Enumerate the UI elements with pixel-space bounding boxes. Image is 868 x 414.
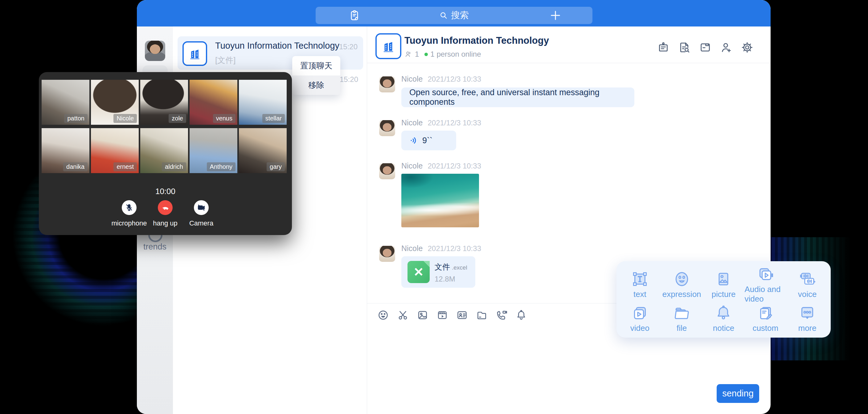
expression-icon	[673, 270, 690, 288]
message-meta: Nicole2021/12/3 10:33	[401, 118, 481, 127]
popup-item-more[interactable]: more	[786, 304, 828, 333]
online-dot	[425, 53, 428, 56]
participant-video: danika	[41, 128, 89, 173]
sender-avatar[interactable]	[379, 76, 395, 92]
current-user-avatar[interactable]	[145, 41, 165, 61]
sender-avatar[interactable]	[379, 163, 395, 179]
group-avatar-building-icon	[183, 41, 207, 66]
online-count: 1 person online	[430, 50, 481, 59]
send-video-icon[interactable]	[436, 309, 448, 321]
text-icon	[631, 270, 649, 288]
conversation-time-2: 15:20	[340, 75, 358, 84]
popup-item-voice[interactable]: voice	[786, 265, 828, 304]
video-icon	[631, 304, 649, 322]
participant-video: Anthony	[190, 128, 237, 173]
files-icon[interactable]	[699, 41, 711, 54]
message-time: 2021/12/3 10:33	[428, 244, 481, 253]
popup-item-file[interactable]: file	[661, 304, 703, 333]
sidebar-item-trends[interactable]: trends	[137, 242, 173, 252]
participant-name: zole	[168, 114, 186, 123]
popup-label: voice	[798, 290, 817, 299]
chat-header-avatar	[375, 33, 401, 59]
message-text: Open source, free, and universal instant…	[409, 88, 634, 107]
popup-label: expression	[662, 290, 701, 299]
member-count: 1	[415, 50, 419, 59]
conversation-context-menu: 置顶聊天 移除	[292, 56, 340, 95]
settings-gear-icon[interactable]	[741, 41, 753, 54]
popup-label: text	[633, 290, 646, 299]
popup-item-audio-video[interactable]: Audio and video	[744, 265, 786, 304]
search-icon	[439, 11, 448, 20]
members-icon	[404, 50, 412, 58]
microphone-mute-button[interactable]	[122, 200, 136, 215]
emoji-icon[interactable]	[377, 309, 389, 321]
popup-label: Audio and video	[744, 285, 786, 304]
notice-board-icon[interactable]	[657, 41, 670, 54]
participant-video: gary	[239, 128, 287, 173]
participant-name: gary	[267, 162, 285, 171]
message-time: 2021/12/3 10:33	[428, 119, 481, 127]
screenshot-canvas: 搜索 trends Tuoyun Information Technology …	[0, 0, 868, 414]
video-call-icon[interactable]	[496, 309, 507, 321]
voice-wave-icon	[409, 136, 418, 145]
participant-video: Nicole	[91, 80, 139, 125]
participant-name: Anthony	[207, 162, 236, 171]
popup-item-custom[interactable]: custom	[744, 304, 786, 333]
popup-item-picture[interactable]: picture	[703, 265, 745, 304]
message-type-popup: text expression picture Audio and video	[617, 261, 831, 338]
add-member-icon[interactable]	[720, 41, 733, 54]
participant-name: Nicole	[114, 114, 137, 123]
sender-name: Nicole	[401, 161, 423, 170]
chat-record-search-icon[interactable]	[678, 41, 690, 54]
participant-name: venus	[213, 114, 236, 123]
menu-item-remove[interactable]: 移除	[292, 75, 340, 95]
conversation-time: 15:20	[339, 42, 358, 51]
camera-off-button[interactable]	[194, 200, 209, 215]
popup-item-expression[interactable]: expression	[661, 265, 703, 304]
participant-grid: patton Nicole zole venus stellar danika …	[41, 80, 287, 173]
participant-video: venus	[190, 80, 237, 125]
notification-bell-icon[interactable]	[516, 309, 527, 321]
call-timer: 10:00	[39, 187, 292, 196]
popup-label: more	[798, 323, 816, 333]
file-icon	[673, 304, 690, 322]
popup-label: notice	[713, 323, 734, 333]
menu-item-pin-chat[interactable]: 置顶聊天	[292, 56, 340, 75]
send-file-icon[interactable]	[476, 309, 488, 321]
add-icon[interactable]	[549, 9, 562, 22]
hang-up-icon	[161, 203, 169, 212]
camera-label: Camera	[170, 219, 232, 227]
popup-item-notice[interactable]: notice	[703, 304, 745, 333]
camera-off-icon	[197, 203, 206, 212]
chat-header-actions	[657, 41, 753, 54]
custom-icon	[757, 304, 774, 322]
message-time: 2021/12/3 10:33	[428, 75, 481, 83]
participant-video: zole	[140, 80, 188, 125]
hang-up-button[interactable]	[158, 200, 173, 215]
popup-label: picture	[711, 290, 736, 299]
send-image-icon[interactable]	[417, 309, 429, 321]
screenshot-scissors-icon[interactable]	[397, 309, 409, 321]
excel-x-glyph: ✕	[413, 266, 424, 278]
image-message-beach-photo[interactable]	[401, 174, 479, 227]
voice-icon	[799, 270, 816, 288]
popup-item-text[interactable]: text	[619, 265, 661, 304]
file-extension: .excel	[452, 264, 467, 271]
message-meta: Nicole2021/12/3 10:33	[401, 74, 481, 84]
sender-avatar[interactable]	[379, 120, 395, 136]
message-time: 2021/12/3 10:33	[428, 162, 481, 170]
text-message-bubble[interactable]: Open source, free, and universal instant…	[401, 88, 634, 107]
message-meta: Nicole2021/12/3 10:33	[401, 244, 481, 253]
sender-avatar[interactable]	[379, 246, 395, 262]
send-button[interactable]: sending	[717, 384, 759, 403]
popup-item-video[interactable]: video	[619, 304, 661, 333]
contact-card-icon[interactable]	[456, 309, 468, 321]
voice-message-bubble[interactable]: 9``	[401, 131, 456, 150]
file-message-bubble[interactable]: ✕ 文件.excel 12.8M	[401, 256, 475, 288]
participant-name: ernest	[114, 162, 137, 171]
participant-name: danika	[63, 162, 88, 171]
chat-title: Tuoyun Information Technology	[404, 35, 549, 46]
sender-name: Nicole	[401, 244, 423, 253]
top-search-bar[interactable]: 搜索	[316, 7, 592, 24]
participant-name: patton	[64, 114, 88, 123]
